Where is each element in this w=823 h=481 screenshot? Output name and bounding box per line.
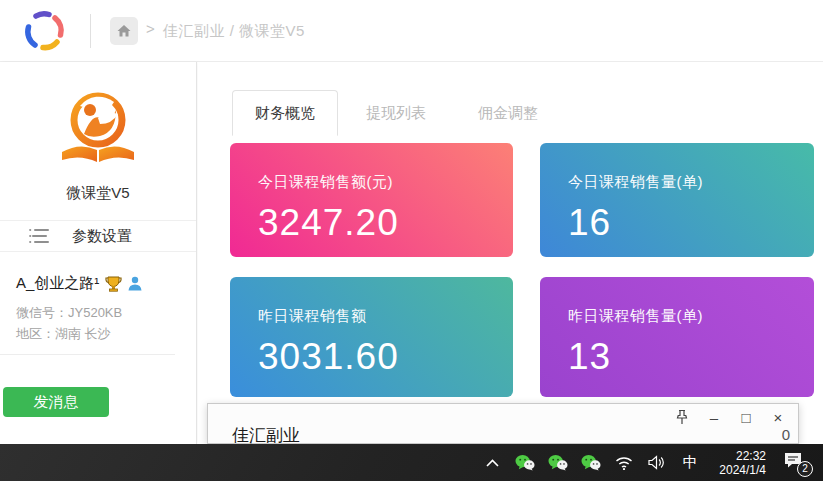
- sidebar-divider: [0, 354, 175, 355]
- brand-logo-icon: [22, 9, 66, 53]
- header-divider: [90, 14, 91, 48]
- stat-value: 3031.60: [258, 336, 513, 378]
- home-icon: [116, 23, 132, 39]
- wechat-icon: [581, 454, 601, 471]
- overlay-counter: 0: [782, 426, 790, 443]
- tray-wechat-1[interactable]: [515, 451, 535, 475]
- pin-icon: [675, 409, 689, 425]
- stat-card-yesterday-sales-count: 昨日课程销售量(单) 13: [540, 277, 814, 397]
- sidebar-app-name: 微课堂V5: [0, 184, 196, 203]
- speaker-icon: [648, 455, 666, 470]
- close-button[interactable]: ×: [762, 406, 794, 428]
- wechat-icon: [515, 454, 535, 471]
- minimize-button[interactable]: –: [698, 406, 730, 428]
- stat-label: 今日课程销售量(单): [568, 173, 814, 192]
- list-settings-icon: [28, 227, 50, 245]
- notification-center-button[interactable]: 2: [783, 451, 809, 475]
- tray-wechat-2[interactable]: [548, 451, 568, 475]
- sidebar-item-settings[interactable]: 参数设置: [0, 220, 196, 252]
- stat-label: 昨日课程销售量(单): [568, 307, 814, 326]
- tray-network[interactable]: [614, 451, 634, 475]
- trophy-icon: [105, 275, 122, 292]
- windows-taskbar: 中 22:32 2024/1/4 2: [0, 444, 823, 481]
- clock[interactable]: 22:32 2024/1/4: [719, 449, 766, 477]
- user-card: A_创业之路¹ 微信号：JY520KB 地区：湖南 长沙: [16, 274, 186, 344]
- wechat-icon: [548, 454, 568, 471]
- stat-label: 今日课程销售额(元): [258, 173, 513, 192]
- home-button[interactable]: [110, 17, 138, 45]
- user-region: 地区：湖南 长沙: [16, 323, 186, 344]
- ime-indicator[interactable]: 中: [680, 451, 700, 475]
- main-content: 财务概览 提现列表 佣金调整 今日课程销售额(元) 3247.20 今日课程销售…: [198, 62, 823, 444]
- stat-value: 3247.20: [258, 202, 513, 244]
- send-message-button[interactable]: 发消息: [3, 387, 109, 417]
- app-logo-icon: [54, 88, 142, 178]
- overlay-window: 佳汇副业 – □ × 0: [207, 403, 799, 444]
- breadcrumb-chevron-icon: >: [146, 20, 155, 37]
- top-header: > 佳汇副业 / 微课堂V5: [0, 0, 823, 62]
- tray-volume[interactable]: [647, 451, 667, 475]
- clock-date: 2024/1/4: [719, 463, 766, 477]
- user-name: A_创业之路¹: [16, 274, 99, 293]
- screen: > 佳汇副业 / 微课堂V5 微课堂V5: [0, 0, 823, 481]
- tab-withdraw-list[interactable]: 提现列表: [366, 90, 426, 136]
- sidebar-item-label: 参数设置: [72, 227, 132, 246]
- tab-finance-overview[interactable]: 财务概览: [232, 90, 338, 136]
- stat-card-today-sales-count: 今日课程销售量(单) 16: [540, 143, 814, 257]
- breadcrumb[interactable]: 佳汇副业 / 微课堂V5: [163, 22, 305, 41]
- stat-value: 16: [568, 202, 814, 244]
- tab-bar: 财务概览 提现列表 佣金调整: [232, 90, 538, 136]
- notification-badge: 2: [797, 461, 813, 477]
- tray-expand-button[interactable]: [482, 451, 502, 475]
- tray-wechat-3[interactable]: [581, 451, 601, 475]
- person-icon[interactable]: [128, 276, 142, 291]
- wifi-icon: [615, 456, 633, 470]
- chevron-up-icon: [486, 459, 499, 467]
- window-controls: – □ ×: [666, 406, 794, 428]
- maximize-button[interactable]: □: [730, 406, 762, 428]
- sidebar: 微课堂V5 参数设置 A_创业之路¹: [0, 62, 197, 444]
- pin-button[interactable]: [666, 406, 698, 428]
- stat-value: 13: [568, 336, 814, 378]
- tab-commission-adjust[interactable]: 佣金调整: [478, 90, 538, 136]
- stat-label: 昨日课程销售额: [258, 307, 513, 326]
- clock-time: 22:32: [719, 449, 766, 463]
- stat-card-today-sales-amount: 今日课程销售额(元) 3247.20: [230, 143, 513, 257]
- stat-card-yesterday-sales-amount: 昨日课程销售额 3031.60: [230, 277, 513, 397]
- user-wechat-id: 微信号：JY520KB: [16, 302, 186, 323]
